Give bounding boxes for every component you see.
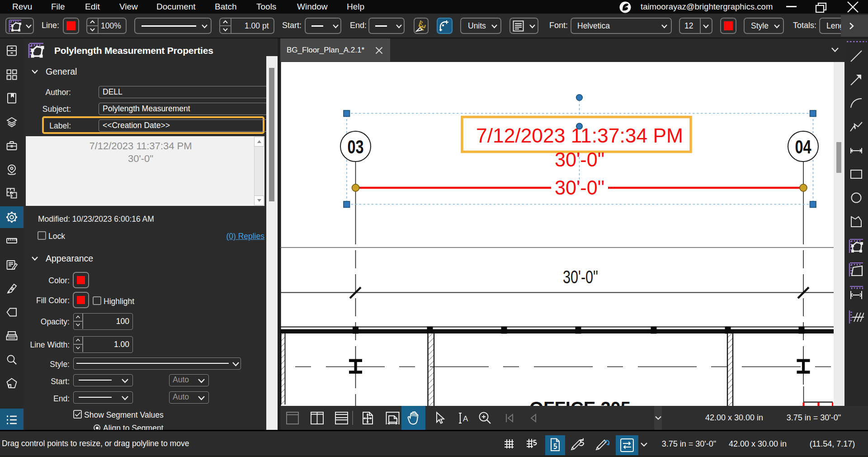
svg-text:04: 04 [795, 136, 811, 157]
svg-text:30'-0": 30'-0" [555, 148, 604, 171]
svg-text:A: A [463, 414, 468, 423]
svg-text:30'-0": 30'-0" [563, 267, 598, 287]
svg-text:30'-0": 30'-0" [555, 176, 604, 199]
svg-text:03: 03 [348, 136, 364, 157]
svg-text:OFFICE 205: OFFICE 205 [529, 398, 631, 406]
